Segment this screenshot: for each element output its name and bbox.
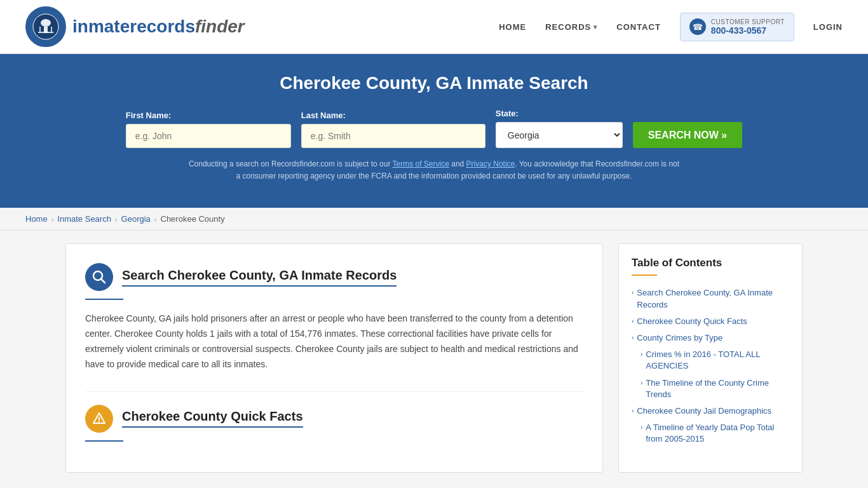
nav-contact[interactable]: CONTACT <box>616 22 661 32</box>
section1-body: Cherokee County, GA jails hold prisoners… <box>85 311 583 372</box>
toc-item: ›County Crimes by Type <box>632 330 789 346</box>
hero-section: Cherokee County, GA Inmate Search First … <box>0 54 868 208</box>
section1-title-area: Search Cherokee County, GA Inmate Record… <box>122 268 397 287</box>
section2-divider <box>85 440 123 442</box>
content-area: Search Cherokee County, GA Inmate Record… <box>65 243 603 472</box>
tos-link[interactable]: Terms of Service <box>393 159 449 168</box>
toc-list: ›Search Cherokee County, GA Inmate Recor… <box>632 285 789 447</box>
sidebar: Table of Contents ›Search Cherokee Count… <box>618 243 803 472</box>
toc-link[interactable]: ›Crimes % in 2016 - TOTAL ALL AGENCIES <box>641 349 789 372</box>
nav-records-label: RECORDS <box>545 22 591 32</box>
breadcrumb: Home › Inmate Search › Georgia › Cheroke… <box>0 208 868 231</box>
toc-item: ›A Timeline of Yearly Data Pop Total fro… <box>632 419 789 447</box>
chevron-down-icon: ▾ <box>593 24 597 30</box>
breadcrumb-georgia[interactable]: Georgia <box>121 214 151 224</box>
first-name-label: First Name: <box>126 111 172 120</box>
svg-rect-9 <box>50 28 51 32</box>
section2-header: Cherokee County Quick Facts <box>85 405 583 433</box>
toc-item: ›Crimes % in 2016 - TOTAL ALL AGENCIES <box>632 346 789 374</box>
breadcrumb-sep-1: › <box>51 215 54 223</box>
phone-icon: ☎ <box>689 18 706 35</box>
toc-title: Table of Contents <box>632 257 789 269</box>
toc-chevron-icon: › <box>641 379 642 388</box>
last-name-group: Last Name: <box>301 111 485 148</box>
search-button[interactable]: SEARCH NOW » <box>633 122 742 148</box>
last-name-label: Last Name: <box>301 111 346 120</box>
svg-rect-5 <box>38 32 53 33</box>
toc-chevron-icon: › <box>632 317 634 326</box>
section2-title: Cherokee County Quick Facts <box>122 409 303 428</box>
alert-icon <box>92 412 106 426</box>
search-form: First Name: Last Name: State: Georgia Al… <box>25 109 843 148</box>
toc-link[interactable]: ›Search Cherokee County, GA Inmate Recor… <box>632 287 789 310</box>
toc-chevron-icon: › <box>641 423 642 432</box>
nav-home[interactable]: HOME <box>499 22 526 32</box>
svg-point-14 <box>98 421 100 422</box>
main-nav: HOME RECORDS ▾ CONTACT ☎ CUSTOMER SUPPOR… <box>499 13 843 41</box>
login-button[interactable]: LOGIN <box>813 22 843 32</box>
svg-rect-10 <box>46 19 46 23</box>
logo-finder: finder <box>195 17 245 36</box>
main-wrapper: Search Cherokee County, GA Inmate Record… <box>40 243 828 472</box>
logo-text: inmaterecordsfinder <box>72 17 245 37</box>
svg-line-12 <box>101 279 105 283</box>
breadcrumb-inmate-search[interactable]: Inmate Search <box>57 214 111 224</box>
privacy-link[interactable]: Privacy Notice <box>466 159 515 168</box>
search-section-icon <box>85 263 113 291</box>
hero-disclaimer: Conducting a search on Recordsfinder.com… <box>186 158 682 182</box>
svg-rect-8 <box>48 28 49 32</box>
logo-inmate: inmaterecords <box>72 17 195 36</box>
toc-item: ›Cherokee County Jail Demographics <box>632 403 789 419</box>
section1-header: Search Cherokee County, GA Inmate Record… <box>85 263 583 291</box>
nav-records[interactable]: RECORDS ▾ <box>545 22 597 32</box>
toc-link[interactable]: ›The Timeline of the County Crime Trends <box>641 377 789 400</box>
state-label: State: <box>496 109 519 118</box>
toc-chevron-icon: › <box>632 334 634 342</box>
toc-item: ›Cherokee County Quick Facts <box>632 313 789 330</box>
logo-icon <box>25 6 66 47</box>
magnifier-icon <box>92 270 106 284</box>
first-name-input[interactable] <box>126 124 291 148</box>
svg-rect-4 <box>51 27 52 32</box>
support-info: CUSTOMER SUPPORT 800-433-0567 <box>711 18 785 36</box>
svg-rect-6 <box>41 28 42 32</box>
toc-chevron-icon: › <box>641 350 642 359</box>
breadcrumb-sep-2: › <box>115 215 118 223</box>
breadcrumb-home[interactable]: Home <box>25 214 48 224</box>
section2: Cherokee County Quick Facts <box>85 391 583 442</box>
toc-chevron-icon: › <box>632 288 634 297</box>
svg-rect-3 <box>39 27 41 32</box>
toc-item: ›The Timeline of the County Crime Trends <box>632 375 789 403</box>
toc-link[interactable]: ›County Crimes by Type <box>632 332 789 344</box>
logo-area: inmaterecordsfinder <box>25 6 245 47</box>
toc-item: ›Search Cherokee County, GA Inmate Recor… <box>632 285 789 313</box>
breadcrumb-sep-3: › <box>154 215 157 223</box>
toc-link[interactable]: ›Cherokee County Quick Facts <box>632 316 789 327</box>
facts-section-icon <box>85 405 113 433</box>
site-header: inmaterecordsfinder HOME RECORDS ▾ CONTA… <box>0 0 868 54</box>
state-select[interactable]: Georgia Alabama Alaska Arizona Californi… <box>496 122 623 148</box>
toc-divider <box>632 274 657 276</box>
support-box: ☎ CUSTOMER SUPPORT 800-433-0567 <box>680 13 794 41</box>
support-label: CUSTOMER SUPPORT <box>711 18 785 25</box>
toc-chevron-icon: › <box>632 407 634 416</box>
svg-rect-7 <box>43 28 44 32</box>
section1-divider <box>85 299 123 300</box>
section1-title: Search Cherokee County, GA Inmate Record… <box>122 268 397 287</box>
support-number: 800-433-0567 <box>711 25 785 36</box>
section2-title-area: Cherokee County Quick Facts <box>122 409 303 428</box>
state-group: State: Georgia Alabama Alaska Arizona Ca… <box>496 109 623 148</box>
toc-link[interactable]: ›A Timeline of Yearly Data Pop Total fro… <box>641 422 789 445</box>
capitol-icon <box>32 13 60 41</box>
toc-link[interactable]: ›Cherokee County Jail Demographics <box>632 405 789 417</box>
first-name-group: First Name: <box>126 111 291 148</box>
last-name-input[interactable] <box>301 124 485 148</box>
breadcrumb-current: Cherokee County <box>161 214 225 224</box>
hero-title: Cherokee County, GA Inmate Search <box>25 73 843 93</box>
